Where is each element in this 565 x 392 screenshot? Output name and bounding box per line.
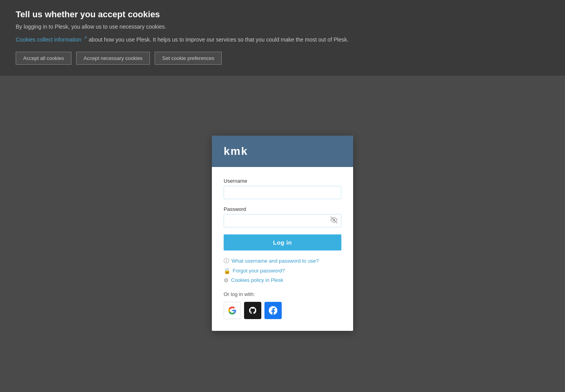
password-label: Password: [224, 206, 341, 212]
username-group: Username: [224, 178, 341, 199]
github-icon: [248, 306, 257, 315]
cookie-banner-subtitle: By logging in to Plesk, you allow us to …: [16, 24, 549, 30]
forgot-password-link[interactable]: Forgot your password?: [233, 268, 285, 274]
cookie-buttons-group: Accept all cookies Accept necessary cook…: [16, 52, 549, 65]
social-buttons: [224, 302, 341, 319]
facebook-icon: [269, 306, 277, 315]
cookies-collect-link[interactable]: Cookies collect information ↗: [16, 36, 89, 43]
help-link-item-1: ⓘ What username and password to use?: [224, 258, 341, 265]
login-card: kmk Username Password: [212, 136, 353, 331]
logo: kmk: [224, 145, 248, 158]
github-login-button[interactable]: [244, 302, 261, 319]
accept-necessary-cookies-button[interactable]: Accept necessary cookies: [76, 52, 150, 65]
help-links: ⓘ What username and password to use? 🔒 F…: [224, 258, 341, 283]
main-content: kmk Username Password: [0, 76, 565, 391]
set-cookie-preferences-button[interactable]: Set cookie preferences: [155, 52, 222, 65]
help-link-item-3: ⚙ Cookies policy in Plesk: [224, 277, 341, 283]
cookie-banner: Tell us whether you accept cookies By lo…: [0, 0, 565, 76]
cookie-banner-title: Tell us whether you accept cookies: [16, 9, 549, 20]
help-link-item-2: 🔒 Forgot your password?: [224, 268, 341, 274]
lock-icon: 🔒: [224, 268, 230, 274]
external-link-icon: ↗: [84, 34, 87, 41]
username-input[interactable]: [224, 186, 341, 199]
password-wrapper: [224, 214, 341, 227]
username-label: Username: [224, 178, 341, 184]
cookie-banner-description: Cookies collect information ↗ about how …: [16, 34, 549, 44]
login-button[interactable]: Log in: [224, 234, 341, 250]
password-toggle-button[interactable]: [330, 216, 337, 225]
login-header: kmk: [212, 136, 353, 167]
password-input[interactable]: [224, 214, 341, 227]
google-icon: [228, 306, 237, 315]
google-login-button[interactable]: [224, 302, 241, 319]
question-icon: ⓘ: [224, 258, 229, 265]
eye-icon: [330, 216, 337, 223]
accept-all-cookies-button[interactable]: Accept all cookies: [16, 52, 71, 65]
cookies-policy-link[interactable]: Cookies policy in Plesk: [231, 277, 283, 283]
login-body: Username Password L: [212, 167, 353, 331]
facebook-login-button[interactable]: [264, 302, 282, 319]
password-group: Password: [224, 206, 341, 227]
cookie-icon: ⚙: [224, 277, 229, 283]
social-login-label: Or log in with:: [224, 291, 341, 297]
what-username-link[interactable]: What username and password to use?: [231, 258, 319, 264]
